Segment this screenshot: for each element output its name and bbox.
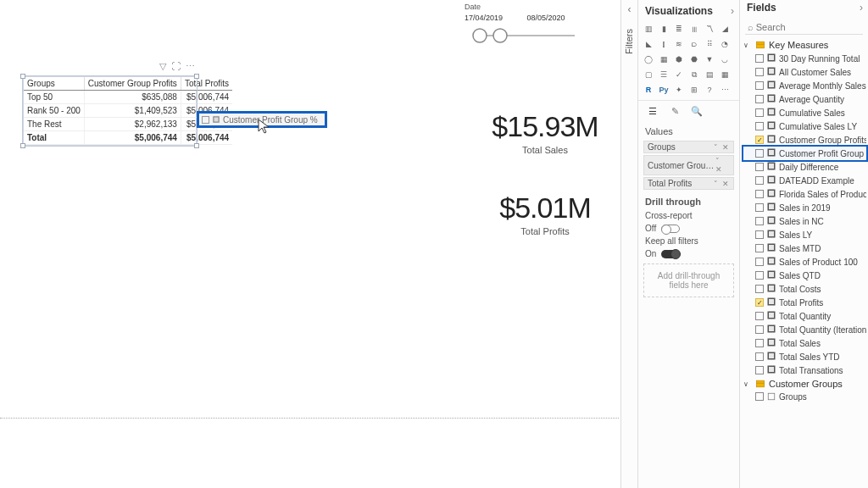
well-actions-icon[interactable]: ˅ ✕ bbox=[715, 157, 730, 174]
chevron-right-icon[interactable]: › bbox=[731, 5, 734, 17]
decomposition-icon[interactable]: ⊞ bbox=[687, 83, 701, 97]
expand-icon[interactable]: ∨ bbox=[743, 380, 752, 388]
scatter-icon[interactable]: ⠿ bbox=[703, 37, 716, 51]
well-actions-icon[interactable]: ˅ ✕ bbox=[714, 180, 730, 188]
fields-item[interactable]: Total Quantity (Iteration) bbox=[743, 323, 866, 336]
fields-item[interactable]: Sales in NC bbox=[743, 214, 866, 228]
stacked-area-icon[interactable]: ◣ bbox=[642, 37, 655, 51]
chevron-right-icon[interactable]: › bbox=[860, 2, 863, 14]
area-chart-icon[interactable]: ◢ bbox=[718, 22, 732, 36]
focus-icon[interactable]: ⛶ bbox=[171, 61, 181, 72]
fields-item[interactable]: Groups bbox=[743, 391, 866, 402]
drillthrough-dropzone[interactable]: Add drill-through fields here bbox=[643, 263, 734, 297]
stacked-column-icon[interactable]: ▮ bbox=[657, 22, 670, 36]
fields-item[interactable]: Cumulative Sales bbox=[743, 106, 866, 119]
card-icon[interactable]: ▢ bbox=[642, 68, 655, 81]
table-icon[interactable]: ▤ bbox=[703, 68, 716, 81]
kpi-total-sales[interactable]: $15.93M Total Sales bbox=[465, 110, 626, 155]
fields-item[interactable]: 30 Day Running Total bbox=[743, 52, 866, 65]
fields-item[interactable]: ✓Customer Group Profits bbox=[743, 133, 866, 147]
col-header[interactable]: Groups bbox=[24, 77, 84, 91]
kpi-total-profits[interactable]: $5.01M Total Profits bbox=[465, 191, 626, 236]
filled-map-icon[interactable]: ⬣ bbox=[687, 53, 701, 66]
resize-handle[interactable] bbox=[194, 143, 199, 148]
keep-filters-toggle[interactable] bbox=[661, 250, 680, 258]
python-visual-icon[interactable]: Py bbox=[657, 83, 670, 97]
funnel-icon[interactable]: ▼ bbox=[703, 53, 716, 66]
checkbox-icon[interactable] bbox=[755, 271, 764, 280]
checkbox-icon[interactable]: ✓ bbox=[755, 298, 764, 307]
fields-item[interactable]: Total Sales YTD bbox=[743, 350, 866, 363]
fields-item[interactable]: Sales of Product 100 bbox=[743, 255, 866, 269]
fields-item[interactable]: All Customer Sales bbox=[743, 65, 866, 79]
fields-item[interactable]: Customer Profit Group % bbox=[743, 147, 866, 160]
more-visuals-icon[interactable]: ⋯ bbox=[718, 83, 732, 97]
table-row[interactable]: Top 50$635,088$5,006,744 bbox=[24, 91, 232, 104]
field-well-item[interactable]: Customer Group Profits˅ ✕ bbox=[643, 155, 734, 175]
resize-handle[interactable] bbox=[20, 143, 25, 148]
fields-search[interactable]: ⌕ bbox=[745, 20, 863, 35]
col-header[interactable]: Total Profits bbox=[181, 77, 232, 91]
clustered-bar-icon[interactable]: ≣ bbox=[672, 22, 686, 36]
checkbox-icon[interactable] bbox=[755, 108, 764, 117]
checkbox-icon[interactable] bbox=[755, 122, 764, 130]
expand-icon[interactable]: ∨ bbox=[743, 42, 752, 49]
analytics-tab-icon[interactable]: 🔍 bbox=[689, 103, 704, 119]
qa-icon[interactable]: ? bbox=[703, 83, 716, 97]
slicer-slider[interactable] bbox=[465, 25, 583, 46]
date-slicer[interactable]: Date 17/04/2019 08/05/2020 bbox=[465, 3, 609, 47]
checkbox-icon[interactable] bbox=[755, 68, 764, 76]
fields-item[interactable]: Sales QTD bbox=[743, 269, 866, 282]
clustered-column-icon[interactable]: ⫼ bbox=[687, 22, 701, 36]
resize-handle[interactable] bbox=[194, 74, 199, 79]
cross-report-toggle[interactable] bbox=[661, 225, 680, 233]
resize-handle[interactable] bbox=[20, 74, 25, 79]
checkbox-icon[interactable] bbox=[755, 81, 764, 90]
checkbox-icon[interactable] bbox=[755, 230, 764, 239]
checkbox-icon[interactable] bbox=[755, 325, 764, 334]
field-well-item[interactable]: Groups˅ ✕ bbox=[643, 141, 734, 153]
waterfall-icon[interactable]: ⫐ bbox=[687, 37, 701, 51]
checkbox-icon[interactable] bbox=[755, 312, 764, 320]
checkbox-icon[interactable] bbox=[755, 392, 764, 401]
fields-item[interactable]: ✓Total Profits bbox=[743, 296, 866, 309]
gauge-icon[interactable]: ◡ bbox=[718, 53, 732, 66]
donut-icon[interactable]: ◯ bbox=[642, 53, 655, 66]
fields-table[interactable]: ∨Key Measures bbox=[743, 38, 866, 52]
fields-tab-icon[interactable]: ☰ bbox=[645, 103, 660, 119]
more-icon[interactable]: ⋯ bbox=[186, 61, 195, 72]
checkbox-icon[interactable] bbox=[755, 258, 764, 266]
map-icon[interactable]: ⬢ bbox=[672, 53, 686, 66]
treemap-icon[interactable]: ▦ bbox=[657, 53, 670, 66]
line-chart-icon[interactable]: 〽 bbox=[703, 22, 716, 36]
checkbox-icon[interactable] bbox=[755, 190, 764, 198]
stacked-bar-icon[interactable]: ▥ bbox=[642, 22, 655, 36]
filters-pane-collapsed[interactable]: ‹ Filters bbox=[620, 0, 637, 488]
checkbox-icon[interactable]: ✓ bbox=[755, 136, 764, 144]
fields-item[interactable]: Sales MTD bbox=[743, 241, 866, 255]
fields-item[interactable]: Florida Sales of Product 2 ... bbox=[743, 187, 866, 201]
filter-icon[interactable]: ▽ bbox=[159, 61, 166, 72]
fields-item[interactable]: Daily Difference bbox=[743, 160, 866, 174]
fields-table[interactable]: ∨Customer Groups bbox=[743, 377, 866, 391]
checkbox-icon[interactable] bbox=[755, 149, 764, 158]
checkbox-icon[interactable] bbox=[755, 285, 764, 293]
search-input[interactable] bbox=[756, 22, 863, 32]
field-well-item[interactable]: Total Profits˅ ✕ bbox=[643, 177, 734, 190]
pie-icon[interactable]: ◔ bbox=[718, 37, 732, 51]
checkbox-icon[interactable] bbox=[755, 217, 764, 225]
fields-item[interactable]: Sales LY bbox=[743, 228, 866, 241]
checkbox-icon[interactable] bbox=[755, 339, 764, 347]
chevron-left-icon[interactable]: ‹ bbox=[621, 3, 637, 15]
fields-item[interactable]: DATEADD Example bbox=[743, 174, 866, 187]
fields-item[interactable]: Total Sales bbox=[743, 336, 866, 350]
checkbox-icon[interactable] bbox=[755, 95, 764, 103]
r-visual-icon[interactable]: R bbox=[642, 83, 655, 97]
checkbox-icon[interactable] bbox=[755, 163, 764, 171]
checkbox-icon[interactable] bbox=[755, 366, 764, 374]
checkbox-icon[interactable] bbox=[755, 352, 764, 361]
format-tab-icon[interactable]: ✎ bbox=[667, 103, 682, 119]
fields-item[interactable]: Total Transations bbox=[743, 363, 866, 377]
key-influencers-icon[interactable]: ✦ bbox=[672, 83, 686, 97]
report-canvas[interactable]: Date 17/04/2019 08/05/2020 $15.93M Total… bbox=[0, 0, 619, 488]
